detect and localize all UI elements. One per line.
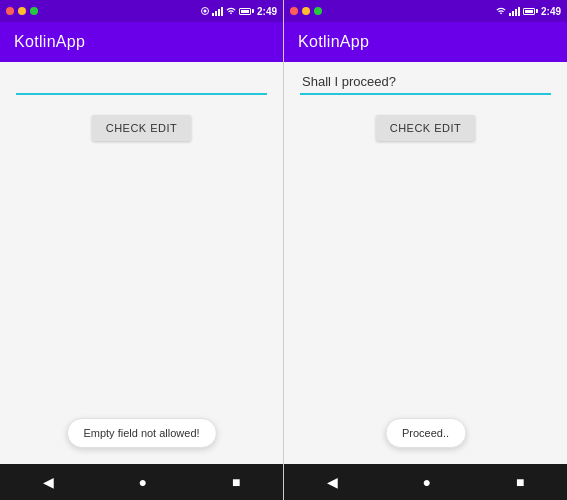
content-right: CHECK EDIT Proceed.. [284, 62, 567, 464]
dot-green-left [30, 7, 38, 15]
nav-bar-left: ◀ ● ■ [0, 464, 283, 500]
content-left: CHECK EDIT Empty field not allowed! [0, 62, 283, 464]
status-bar-left: 2:49 [0, 0, 283, 22]
time-right: 2:49 [541, 6, 561, 17]
dot-yellow-left [18, 7, 26, 15]
signal-icon-left [212, 6, 223, 16]
text-input-container-right [300, 72, 551, 95]
time-left: 2:49 [257, 6, 277, 17]
text-input-container-left [16, 72, 267, 95]
back-button-left[interactable]: ◀ [43, 474, 54, 490]
status-bar-right-left-icons [290, 7, 322, 15]
signal-bar-2 [215, 11, 217, 16]
check-edit-button-right[interactable]: CHECK EDIT [376, 115, 476, 141]
back-button-right[interactable]: ◀ [327, 474, 338, 490]
app-title-left: KotlinApp [14, 33, 85, 51]
signal-bar-r4 [518, 7, 520, 16]
signal-bar-r1 [509, 13, 511, 16]
recent-button-left[interactable]: ■ [232, 474, 240, 490]
home-button-left[interactable]: ● [139, 474, 147, 490]
check-edit-button-left[interactable]: CHECK EDIT [92, 115, 192, 141]
signal-icon-right [509, 6, 520, 16]
phone-left: 2:49 KotlinApp CHECK EDIT Empty field no… [0, 0, 284, 500]
signal-bar-3 [218, 9, 220, 16]
dot-green-right [314, 7, 322, 15]
status-bar-right-info-left: 2:49 [201, 6, 277, 17]
toast-right: Proceed.. [385, 418, 466, 448]
dot-red-left [6, 7, 14, 15]
status-bar-left-icons [6, 7, 38, 15]
location-icon-left [201, 7, 209, 15]
battery-icon-left [239, 8, 254, 15]
home-button-right[interactable]: ● [423, 474, 431, 490]
nav-bar-right: ◀ ● ■ [284, 464, 567, 500]
text-input-left[interactable] [16, 72, 267, 95]
status-bar-right: 2:49 [284, 0, 567, 22]
status-bar-right-info: 2:49 [496, 6, 561, 17]
toast-left: Empty field not allowed! [66, 418, 216, 448]
signal-bar-1 [212, 13, 214, 16]
app-bar-left: KotlinApp [0, 22, 283, 62]
phone-right: 2:49 KotlinApp CHECK EDIT Proceed.. ◀ ● … [284, 0, 567, 500]
recent-button-right[interactable]: ■ [516, 474, 524, 490]
dot-yellow-right [302, 7, 310, 15]
dot-red-right [290, 7, 298, 15]
signal-bar-4 [221, 7, 223, 16]
wifi-icon-right [496, 6, 506, 16]
app-bar-right: KotlinApp [284, 22, 567, 62]
app-title-right: KotlinApp [298, 33, 369, 51]
phones-container: 2:49 KotlinApp CHECK EDIT Empty field no… [0, 0, 567, 500]
battery-icon-right [523, 8, 538, 15]
wifi-icon-left [226, 6, 236, 16]
text-input-right[interactable] [300, 72, 551, 95]
signal-bar-r3 [515, 9, 517, 16]
signal-bar-r2 [512, 11, 514, 16]
